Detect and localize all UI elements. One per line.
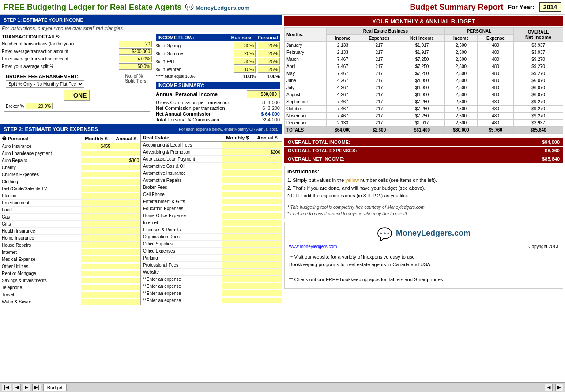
re-auto-ins-annual[interactable]: [253, 170, 282, 176]
savings-monthly[interactable]: [81, 278, 112, 283]
water-annual[interactable]: [112, 299, 140, 305]
re-auto-lease-annual[interactable]: [253, 156, 282, 162]
gas-annual[interactable]: [112, 214, 140, 220]
auto-loan-annual[interactable]: [112, 151, 140, 156]
auto-loan-monthly[interactable]: [81, 151, 112, 156]
food-annual[interactable]: [112, 207, 140, 213]
winter-per-input[interactable]: [258, 66, 280, 73]
travel-annual[interactable]: [112, 292, 140, 298]
re-custom3-monthly[interactable]: [222, 290, 253, 296]
savings-annual[interactable]: [112, 278, 140, 283]
re-entertain-annual[interactable]: [253, 199, 282, 204]
dish-monthly[interactable]: [81, 186, 112, 192]
water-monthly[interactable]: [81, 299, 112, 305]
re-custom1-annual[interactable]: [253, 276, 282, 282]
re-edu-annual[interactable]: [253, 206, 282, 211]
house-repairs-monthly[interactable]: [81, 242, 112, 248]
re-broker-monthly[interactable]: [222, 185, 253, 190]
charity-monthly[interactable]: [81, 165, 112, 170]
prev-sheet-btn[interactable]: ◀: [13, 384, 21, 391]
re-licenses-monthly[interactable]: [222, 227, 253, 233]
re-custom1-name[interactable]: [141, 277, 222, 282]
gifts-annual[interactable]: [112, 221, 140, 227]
scroll-right-btn[interactable]: ▶: [555, 384, 563, 391]
scroll-left-btn[interactable]: ◀: [545, 384, 553, 391]
re-prof-annual[interactable]: [253, 262, 282, 268]
health-insurance-monthly[interactable]: [81, 228, 112, 234]
re-website-monthly[interactable]: [222, 269, 253, 275]
accounting-annual[interactable]: [253, 142, 282, 148]
food-monthly[interactable]: [81, 207, 112, 213]
re-auto-gas-annual[interactable]: [253, 163, 282, 169]
telephone-monthly[interactable]: [81, 285, 112, 290]
re-office-sup-annual[interactable]: [253, 241, 282, 247]
re-home-monthly[interactable]: [222, 213, 253, 219]
dish-annual[interactable]: [112, 186, 140, 192]
medical-monthly[interactable]: [81, 256, 112, 262]
gifts-monthly[interactable]: [81, 221, 112, 227]
summer-per-input[interactable]: [258, 50, 280, 57]
medical-annual[interactable]: [112, 256, 140, 262]
re-custom3-annual[interactable]: [253, 290, 282, 296]
re-cell-annual[interactable]: [253, 192, 282, 197]
re-custom3-name[interactable]: [141, 291, 222, 296]
auto-insurance-annual[interactable]: [112, 143, 140, 149]
broker-pct-input[interactable]: [26, 103, 53, 109]
annual-personal-input[interactable]: [247, 90, 280, 98]
entertainment-monthly[interactable]: [81, 200, 112, 206]
avg-pct-input[interactable]: [119, 56, 152, 62]
re-custom2-annual[interactable]: [253, 283, 282, 289]
travel-monthly[interactable]: [81, 292, 112, 298]
fall-biz-input[interactable]: [234, 58, 256, 65]
re-licenses-annual[interactable]: [253, 227, 282, 233]
house-repairs-annual[interactable]: [112, 242, 140, 248]
re-office-sup-monthly[interactable]: [222, 241, 253, 247]
advertising-monthly[interactable]: [222, 149, 253, 155]
re-edu-monthly[interactable]: [222, 206, 253, 211]
auto-repairs-monthly[interactable]: [81, 158, 112, 163]
health-insurance-annual[interactable]: [112, 228, 140, 234]
entertainment-annual[interactable]: [112, 200, 140, 206]
rent-monthly[interactable]: [81, 271, 112, 276]
re-auto-lease-monthly[interactable]: [222, 156, 253, 162]
re-website-annual[interactable]: [253, 269, 282, 275]
advertising-annual[interactable]: [253, 149, 282, 155]
children-annual[interactable]: [112, 172, 140, 177]
broker-arrangement-select[interactable]: Split % Only - No Monthly Flat Fee: [6, 80, 84, 88]
accounting-monthly[interactable]: [222, 142, 253, 148]
charity-annual[interactable]: [112, 165, 140, 170]
re-parking-monthly[interactable]: [222, 255, 253, 261]
re-custom1-monthly[interactable]: [222, 276, 253, 282]
clothing-annual[interactable]: [112, 179, 140, 185]
electric-monthly[interactable]: [81, 193, 112, 199]
re-custom2-name[interactable]: [141, 284, 222, 289]
fall-per-input[interactable]: [258, 58, 280, 65]
year-input[interactable]: 2014: [539, 2, 561, 12]
home-insurance-monthly[interactable]: [81, 235, 112, 241]
winter-biz-input[interactable]: [234, 66, 256, 73]
re-home-annual[interactable]: [253, 213, 282, 219]
re-auto-rep-monthly[interactable]: [222, 177, 253, 183]
re-auto-gas-monthly[interactable]: [222, 163, 253, 169]
re-org-monthly[interactable]: [222, 234, 253, 240]
last-sheet-btn[interactable]: ▶|: [32, 384, 41, 391]
re-prof-monthly[interactable]: [222, 262, 253, 268]
telephone-annual[interactable]: [112, 285, 140, 290]
re-org-annual[interactable]: [253, 234, 282, 240]
re-office-exp-annual[interactable]: [253, 248, 282, 254]
avg-transaction-input[interactable]: [119, 48, 152, 55]
spring-biz-input[interactable]: [234, 42, 256, 49]
children-monthly[interactable]: [81, 172, 112, 177]
next-sheet-btn[interactable]: ▶: [23, 384, 30, 391]
rent-annual[interactable]: [112, 271, 140, 276]
re-internet-monthly[interactable]: [222, 220, 253, 226]
avg-split-input[interactable]: [119, 63, 152, 70]
budget-tab[interactable]: Budget: [43, 384, 67, 391]
other-utilities-annual[interactable]: [112, 264, 140, 269]
other-utilities-monthly[interactable]: [81, 264, 112, 269]
re-custom4-monthly[interactable]: [222, 298, 253, 303]
gas-monthly[interactable]: [81, 214, 112, 220]
spring-per-input[interactable]: [258, 42, 280, 49]
re-parking-annual[interactable]: [253, 255, 282, 261]
re-auto-rep-annual[interactable]: [253, 177, 282, 183]
